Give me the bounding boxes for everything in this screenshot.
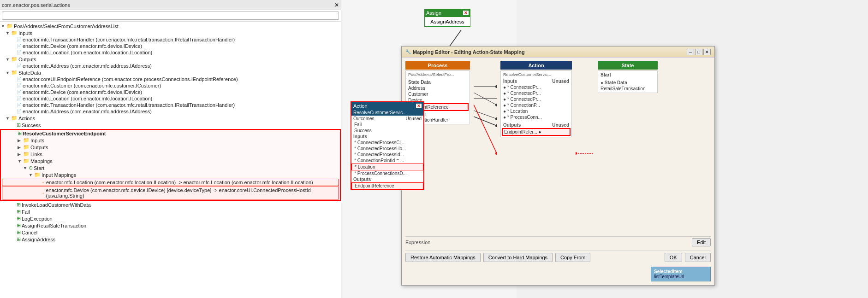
process-header: Process (405, 61, 470, 70)
root-label: Pos/Address/SelectFromCustomerAddressLis… (14, 23, 119, 29)
outputs-section[interactable]: ▼ 📁 Outputs (0, 56, 341, 63)
tree-leaf[interactable]: 📄 enactor.mfc.Device (com.enactor.mfc.de… (0, 43, 341, 49)
tab-label: com.enactor.pos.serial.actions (2, 2, 70, 8)
arrow-icon: ▼ (6, 70, 11, 75)
assign-body-text: AssignAddress (430, 19, 464, 24)
tree-leaf[interactable]: ⊞ Fail (0, 208, 341, 215)
location-input-item[interactable]: * Location (351, 164, 423, 170)
tree-leaf[interactable]: 📄 enactor.mfc.Customer (com.enactor.mfc.… (0, 82, 341, 89)
action-input-4[interactable]: ● * ConnectionP... (502, 102, 571, 108)
tree-leaf[interactable]: 📄 enactor.mfc.Location (com.enactor.mfc.… (0, 95, 341, 102)
sub-mappings[interactable]: ▼ 📁 Mappings (1, 158, 340, 164)
start-section[interactable]: ▼ ⊙ Start (1, 164, 340, 171)
action-inputs-label: Inputs (503, 79, 517, 84)
search-bar (0, 10, 341, 22)
tree-leaf[interactable]: 📄 enactor.mfc.Address (com.enactor.mfc.a… (0, 63, 341, 69)
input-item-3[interactable]: * ConnectedProcessId... (351, 152, 423, 158)
doc-icon: 📄 (17, 64, 22, 68)
dialog-content: Process Pos/Address/SelectFro... State D… (402, 58, 714, 285)
folder-icon: 📁 (34, 172, 41, 178)
arrow-icon: ▼ (29, 173, 34, 177)
actions-section[interactable]: ▼ 📁 Actions (0, 115, 341, 122)
endpoint-output-item[interactable]: EndpointReference (351, 182, 423, 189)
action-icon: ⊞ (17, 236, 21, 242)
resolve-label: ResolveCustomerServiceEndpoint (23, 131, 106, 136)
success-item[interactable]: Success (351, 128, 423, 134)
mapping-editor-dialog: 🔧 Mapping Editor - Editing Action-State … (401, 46, 715, 286)
action-outputs-label: Outputs (503, 123, 521, 128)
resolve-action-item[interactable]: ⊞ ResolveCustomerServiceEndpoint ▶ 📁 Inp… (0, 129, 341, 201)
cancel-button[interactable]: Cancel (685, 253, 711, 262)
tree-leaf[interactable]: ⊞ Cancel (0, 229, 341, 236)
search-input[interactable] (2, 12, 339, 20)
sub-inputs[interactable]: ▶ 📁 Inputs (1, 137, 340, 144)
assign-node[interactable]: Assign ✕ AssignAddress (424, 9, 470, 27)
tree-leaf[interactable]: ⊞ Success (0, 122, 341, 129)
close-icon[interactable]: ✕ (416, 104, 422, 108)
tree-leaf[interactable]: ⊞ LogException (0, 215, 341, 222)
process-item-customer[interactable]: Customer (407, 91, 469, 97)
sub-outputs[interactable]: ▶ 📁 Outputs (1, 144, 340, 151)
action-popup-header: Action ✕ (351, 102, 423, 110)
ok-button[interactable]: OK (665, 253, 682, 262)
tree-leaf[interactable]: 📄 enactor.mfc.Device (com.enactor.mfc.de… (0, 89, 341, 95)
action-icon: ⊞ (17, 122, 21, 128)
doc-icon: 📄 (17, 37, 22, 42)
inputs-section[interactable]: ▼ 📁 Inputs (0, 29, 341, 36)
folder-icon: 📁 (6, 23, 13, 29)
action-output-endpoint[interactable]: EndpointRefer... ● (502, 128, 571, 136)
state-retail-transaction[interactable]: RetailSaleTransaction (599, 86, 656, 92)
tree-container: ▼ 📁 Pos/Address/SelectFromCustomerAddres… (0, 22, 341, 298)
input-item-6[interactable]: * ProcessConnectionsD... (351, 170, 423, 176)
input-mappings-section[interactable]: ▼ 📁 Input Mappings (1, 171, 340, 178)
input-item-4[interactable]: * ConnectionPointId = ... (351, 158, 423, 164)
tree-root[interactable]: ▼ 📁 Pos/Address/SelectFromCustomerAddres… (0, 23, 341, 29)
action-input-location[interactable]: ● * Location (502, 108, 571, 114)
tree-leaf[interactable]: 📄 enactor.mfc.Address (com.enactor.mfc.a… (0, 108, 341, 115)
tree-leaf[interactable]: ⊞ AssignAddress (0, 236, 341, 243)
tree-leaf[interactable]: ⊞ AssignRetailSaleTransaction (0, 222, 341, 229)
edit-button[interactable]: Edit (692, 238, 711, 246)
action-input-5[interactable]: ● * ProcessConn... (502, 114, 571, 120)
doc-icon: 📄 (17, 83, 22, 88)
action-outputs-header: Outputs Unused (502, 122, 571, 128)
convert-hard-button[interactable]: Convert to Hard Mappings (483, 253, 553, 262)
mapping-row-2[interactable]: → enactor.mfc.Device (com.enactor.mfc.de… (2, 187, 339, 199)
mapping-row-1[interactable]: → enactor.mfc.Location (com.enactor.mfc.… (2, 179, 339, 186)
action-popup[interactable]: Action ✕ ResolveCustomerServic... Outcom… (351, 101, 424, 190)
action-input-2[interactable]: ● * ConnectedPr... (502, 90, 571, 96)
tree-leaf[interactable]: 📄 enactor.mfc.TransactionHandler (com.en… (0, 102, 341, 108)
svg-point-8 (495, 152, 497, 155)
folder-icon: 📁 (23, 137, 30, 143)
action-input-3[interactable]: ● * ConnectedPr... (502, 96, 571, 102)
leaf-label: enactor.coreUI.EndpointReference (com.en… (23, 76, 238, 82)
arrow-icon: ▶ (18, 152, 23, 157)
action-input-1[interactable]: ● * ConnectedPr... (502, 84, 571, 90)
doc-icon: 📄 (17, 77, 22, 82)
tree-leaf[interactable]: ⊞ InvokeLoadCustomerWithData (0, 201, 341, 208)
statedata-section[interactable]: ▼ 📁 StateData (0, 69, 341, 76)
tree-leaf[interactable]: 📄 enactor.mfc.TransactionHandler (com.en… (0, 36, 341, 43)
tree-leaf[interactable]: 📄 enactor.coreUI.EndpointReference (com.… (0, 76, 341, 82)
action-unused2-label: Unused (552, 123, 569, 128)
tree-leaf[interactable]: 📄 enactor.mfc.Location (com.enactor.mfc.… (0, 49, 341, 56)
maximize-button[interactable]: □ (695, 49, 702, 55)
close-icon[interactable]: ✕ (463, 11, 469, 15)
input-item-2[interactable]: * ConnectedProcessHo... (351, 146, 423, 152)
copy-from-button[interactable]: Copy From (555, 253, 590, 262)
sub-links[interactable]: ▶ 📁 Links (1, 151, 340, 158)
dialog-connector-area (474, 61, 497, 232)
minimize-button[interactable]: ─ (687, 49, 694, 55)
process-item-address[interactable]: Address (407, 85, 469, 91)
close-icon[interactable]: ✕ (334, 2, 339, 8)
doc-icon: 📄 (17, 109, 22, 114)
resolve-action-row[interactable]: ⊞ ResolveCustomerServiceEndpoint (1, 130, 340, 137)
leaf-label: InvokeLoadCustomerWithData (22, 202, 91, 208)
fail-item[interactable]: Fail (351, 122, 423, 128)
input-item-1[interactable]: * ConnectedProcessCli... (351, 140, 423, 146)
mapping-label: enactor.mfc.Device (com.enactor.mfc.devi… (46, 187, 338, 199)
restore-automatic-button[interactable]: Restore Automatic Mappings (405, 253, 481, 262)
arrow-icon: ▼ (18, 159, 23, 164)
leaf-label: enactor.mfc.Address (com.enactor.mfc.add… (23, 63, 152, 69)
close-button[interactable]: ✕ (703, 49, 711, 55)
